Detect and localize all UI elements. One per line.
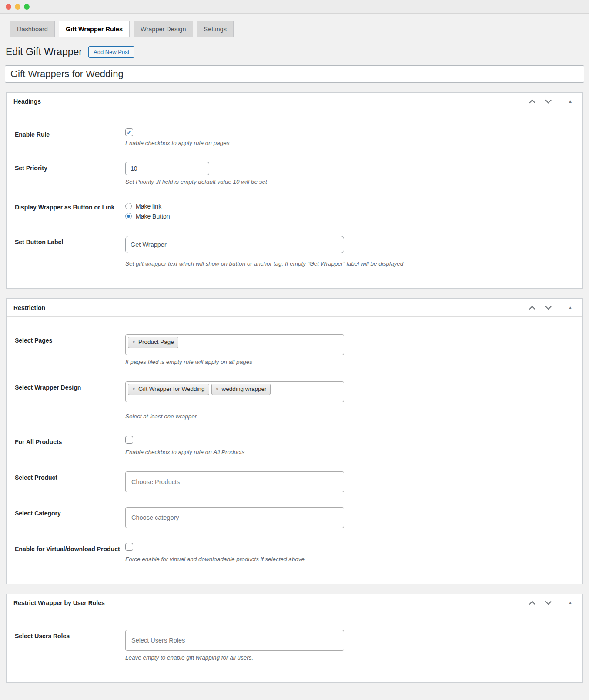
panel-header[interactable]: Headings▲ [7,93,582,111]
tag-label: Product Page [138,338,174,347]
field-control: Enable checkbox to apply rule on pages [125,128,582,148]
page-content: DashboardGift Wrapper RulesWrapper Desig… [0,21,589,683]
help-text: If pages filed is empty rule will apply … [125,358,582,367]
field-label: Set Priority [15,162,125,186]
post-title-input[interactable] [5,65,584,83]
panel-body: Select Users RolesLeave empty to enable … [7,612,582,682]
collapse-triangle: ▲ [568,99,572,104]
checkbox[interactable] [125,543,133,551]
field-control: Force enable for virtual and downloadabl… [125,543,582,564]
panel-title: Restrict Wrapper by User Roles [13,599,528,606]
field-label: Set Button Label [15,236,125,268]
remove-tag-icon[interactable]: × [132,386,135,393]
meta-box-panel: Restrict Wrapper by User Roles▲Select Us… [6,594,583,683]
tag-label: Gift Wrapper for Wedding [138,385,205,394]
collapse-icon[interactable]: ▲ [566,303,575,312]
field-label: Select Category [15,507,125,528]
radio-button[interactable] [125,213,132,219]
radio-label: Make link [136,203,161,210]
text-input[interactable] [125,162,209,175]
panel-header[interactable]: Restriction▲ [7,299,582,317]
collapse-triangle: ▲ [568,306,572,310]
field-row: Select Product [7,471,582,492]
radio-button[interactable] [125,203,132,209]
field-control: Set Priority .If field is empty default … [125,162,582,186]
radio-option[interactable]: Make Button [125,211,582,221]
panel-header[interactable]: Restrict Wrapper by User Roles▲ [7,594,582,612]
tag: ×Gift Wrapper for Wedding [128,384,209,395]
window-titlebar [0,0,589,14]
move-down-icon[interactable] [544,303,552,312]
tags-select[interactable]: ×Product Page [125,334,344,355]
panel-title: Headings [13,98,528,105]
move-up-icon[interactable] [528,599,536,607]
tab-dashboard[interactable]: Dashboard [10,21,55,37]
field-row: Select Users RolesLeave empty to enable … [7,630,582,662]
help-text: Select at-least one wrapper [125,413,582,421]
field-row: Enable for Virtual/download ProductForce… [7,543,582,564]
move-up-icon[interactable] [528,303,536,312]
field-label: Enable Rule [15,128,125,148]
help-text: Set gift wrapper text which will show on… [125,260,582,268]
field-label: Display Wrapper as Button or Link [15,201,125,221]
panel-title: Restriction [13,304,528,311]
move-down-icon[interactable] [544,97,552,106]
close-button[interactable] [6,4,11,10]
field-control: ×Product PageIf pages filed is empty rul… [125,334,582,367]
tag-label: wedding wrapper [222,385,267,394]
field-control [125,471,582,492]
select-input[interactable] [125,507,344,528]
checkbox[interactable] [125,128,133,136]
help-text: Set Priority .If field is empty default … [125,178,582,186]
zoom-button[interactable] [24,4,30,10]
checkbox[interactable] [125,436,133,444]
nav-tab-bar: DashboardGift Wrapper RulesWrapper Desig… [5,21,584,37]
field-row: For All ProductsEnable checkbox to apply… [7,436,582,457]
tag: ×Product Page [128,337,178,348]
field-label: Select Product [15,471,125,492]
field-row: Set Button LabelSet gift wrapper text wh… [7,236,582,268]
panel-body: Enable RuleEnable checkbox to apply rule… [7,111,582,289]
collapse-icon[interactable]: ▲ [566,599,575,607]
meta-box-panel: Restriction▲Select Pages×Product PageIf … [6,298,583,584]
field-row: Select Category [7,507,582,528]
tab-settings[interactable]: Settings [197,21,234,37]
radio-option[interactable]: Make link [125,201,582,211]
add-new-post-button[interactable]: Add New Post [88,46,134,58]
tab-gift-wrapper-rules[interactable]: Gift Wrapper Rules [59,21,130,37]
page-title: Edit Gift Wrapper [6,46,82,58]
collapse-triangle: ▲ [568,601,572,605]
field-label: Select Pages [15,334,125,367]
tab-wrapper-design[interactable]: Wrapper Design [134,21,193,37]
field-row: Enable RuleEnable checkbox to apply rule… [7,128,582,148]
field-label: Select Wrapper Design [15,381,125,421]
field-control: ×Gift Wrapper for Wedding×wedding wrappe… [125,381,582,421]
text-input[interactable] [125,236,344,253]
collapse-icon[interactable]: ▲ [566,97,575,106]
remove-tag-icon[interactable]: × [132,339,135,346]
tags-select[interactable]: ×Gift Wrapper for Wedding×wedding wrappe… [125,381,344,402]
field-row: Display Wrapper as Button or LinkMake li… [7,201,582,221]
field-control: Enable checkbox to apply rule on All Pro… [125,436,582,457]
panel-header-icons: ▲ [528,303,575,312]
select-input[interactable] [125,630,344,651]
field-label: Enable for Virtual/download Product [15,543,125,564]
field-label: Select Users Roles [15,630,125,662]
move-down-icon[interactable] [544,599,552,607]
panel-body: Select Pages×Product PageIf pages filed … [7,317,582,584]
tag: ×wedding wrapper [211,384,271,395]
field-control: Leave empty to enable gift wrapping for … [125,630,582,662]
meta-box-panel: Headings▲Enable RuleEnable checkbox to a… [6,92,583,289]
field-row: Set PrioritySet Priority .If field is em… [7,162,582,186]
field-control [125,507,582,528]
minimize-button[interactable] [15,4,20,10]
field-control: Make linkMake Button [125,201,582,221]
help-text: Leave empty to enable gift wrapping for … [125,654,582,662]
panel-header-icons: ▲ [528,599,575,607]
move-up-icon[interactable] [528,97,536,106]
remove-tag-icon[interactable]: × [216,386,219,393]
page-header: Edit Gift Wrapper Add New Post [6,46,584,58]
radio-label: Make Button [136,213,170,220]
select-input[interactable] [125,471,344,492]
field-label: For All Products [15,436,125,457]
